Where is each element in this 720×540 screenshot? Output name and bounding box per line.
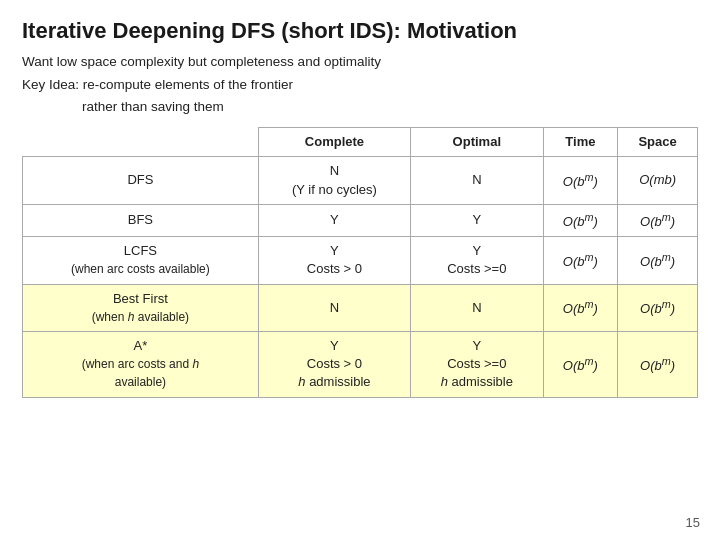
col-header-empty (23, 128, 259, 157)
subtitle-line1: Want low space complexity but completene… (22, 52, 698, 72)
comparison-table: Complete Optimal Time Space DFS N(Y if n… (22, 127, 698, 397)
page-title: Iterative Deepening DFS (short IDS): Mot… (22, 18, 698, 44)
table-row-bfs: BFS Y Y O(bm) O(bm) (23, 204, 698, 237)
cell-bestfirst-name: Best First(when h available) (23, 284, 259, 331)
cell-dfs-time: O(bm) (543, 157, 618, 204)
cell-lcfs-complete: YCosts > 0 (258, 237, 410, 284)
cell-astar-time: O(bm) (543, 331, 618, 397)
cell-lcfs-optimal: YCosts >=0 (411, 237, 543, 284)
cell-bestfirst-optimal: N (411, 284, 543, 331)
cell-lcfs-space: O(bm) (618, 237, 698, 284)
cell-bestfirst-space: O(bm) (618, 284, 698, 331)
page-number: 15 (686, 515, 700, 530)
cell-astar-space: O(bm) (618, 331, 698, 397)
col-header-time: Time (543, 128, 618, 157)
cell-astar-optimal: YCosts >=0h admissible (411, 331, 543, 397)
cell-lcfs-name: LCFS(when arc costs available) (23, 237, 259, 284)
table-row-astar: A*(when arc costs and havailable) YCosts… (23, 331, 698, 397)
cell-bfs-time: O(bm) (543, 204, 618, 237)
table-row-lcfs: LCFS(when arc costs available) YCosts > … (23, 237, 698, 284)
subtitle-line2: Key Idea: re-compute elements of the fro… (22, 75, 698, 95)
cell-bfs-name: BFS (23, 204, 259, 237)
cell-lcfs-time: O(bm) (543, 237, 618, 284)
cell-astar-complete: YCosts > 0h admissible (258, 331, 410, 397)
cell-astar-name: A*(when arc costs and havailable) (23, 331, 259, 397)
cell-dfs-space: O(mb) (618, 157, 698, 204)
cell-dfs-name: DFS (23, 157, 259, 204)
col-header-space: Space (618, 128, 698, 157)
cell-bfs-space: O(bm) (618, 204, 698, 237)
col-header-complete: Complete (258, 128, 410, 157)
cell-dfs-complete: N(Y if no cycles) (258, 157, 410, 204)
cell-bestfirst-time: O(bm) (543, 284, 618, 331)
cell-dfs-optimal: N (411, 157, 543, 204)
table-header-row: Complete Optimal Time Space (23, 128, 698, 157)
cell-bestfirst-complete: N (258, 284, 410, 331)
subtitle-line3: rather than saving them (22, 97, 698, 117)
cell-bfs-complete: Y (258, 204, 410, 237)
table-row-dfs: DFS N(Y if no cycles) N O(bm) O(mb) (23, 157, 698, 204)
col-header-optimal: Optimal (411, 128, 543, 157)
table-row-bestfirst: Best First(when h available) N N O(bm) O… (23, 284, 698, 331)
cell-bfs-optimal: Y (411, 204, 543, 237)
